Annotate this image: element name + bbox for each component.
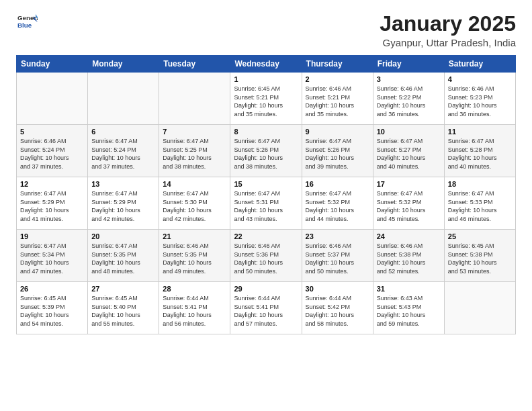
day-cell: 23Sunrise: 6:46 AM Sunset: 5:37 PM Dayli… xyxy=(302,230,373,282)
week-row-3: 19Sunrise: 6:47 AM Sunset: 5:34 PM Dayli… xyxy=(17,230,516,282)
day-info: Sunrise: 6:47 AM Sunset: 5:27 PM Dayligh… xyxy=(377,137,441,171)
day-info: Sunrise: 6:47 AM Sunset: 5:32 PM Dayligh… xyxy=(306,189,369,223)
day-number: 10 xyxy=(377,128,441,136)
day-info: Sunrise: 6:47 AM Sunset: 5:24 PM Dayligh… xyxy=(91,137,155,171)
day-info: Sunrise: 6:47 AM Sunset: 5:33 PM Dayligh… xyxy=(448,189,512,223)
day-info: Sunrise: 6:45 AM Sunset: 5:21 PM Dayligh… xyxy=(234,85,298,118)
day-number: 11 xyxy=(448,128,512,136)
day-cell: 29Sunrise: 6:44 AM Sunset: 5:41 PM Dayli… xyxy=(230,282,302,334)
calendar-title: January 2025 xyxy=(380,12,516,36)
day-number: 29 xyxy=(234,285,298,293)
day-number: 22 xyxy=(234,232,298,240)
logo-icon: General Blue xyxy=(17,12,38,32)
day-cell: 10Sunrise: 6:47 AM Sunset: 5:27 PM Dayli… xyxy=(373,125,444,177)
day-cell: 7Sunrise: 6:47 AM Sunset: 5:25 PM Daylig… xyxy=(159,125,230,177)
day-number: 15 xyxy=(234,180,298,188)
day-number: 31 xyxy=(377,285,441,293)
day-number: 19 xyxy=(20,232,84,240)
day-cell: 26Sunrise: 6:45 AM Sunset: 5:39 PM Dayli… xyxy=(17,282,88,334)
day-number: 28 xyxy=(163,285,226,293)
day-cell: 8Sunrise: 6:47 AM Sunset: 5:26 PM Daylig… xyxy=(230,125,302,177)
day-number: 5 xyxy=(20,128,84,136)
col-tuesday: Tuesday xyxy=(159,56,230,73)
day-cell: 3Sunrise: 6:46 AM Sunset: 5:22 PM Daylig… xyxy=(373,73,444,125)
day-cell: 19Sunrise: 6:47 AM Sunset: 5:34 PM Dayli… xyxy=(17,230,88,282)
day-info: Sunrise: 6:47 AM Sunset: 5:29 PM Dayligh… xyxy=(91,189,155,223)
day-cell: 30Sunrise: 6:44 AM Sunset: 5:42 PM Dayli… xyxy=(302,282,373,334)
col-friday: Friday xyxy=(373,56,444,73)
day-cell: 31Sunrise: 6:43 AM Sunset: 5:43 PM Dayli… xyxy=(373,282,444,334)
svg-text:Blue: Blue xyxy=(17,21,32,29)
day-number: 9 xyxy=(306,128,369,136)
col-wednesday: Wednesday xyxy=(230,56,302,73)
day-cell: 20Sunrise: 6:47 AM Sunset: 5:35 PM Dayli… xyxy=(88,230,159,282)
day-info: Sunrise: 6:47 AM Sunset: 5:31 PM Dayligh… xyxy=(234,189,298,223)
day-info: Sunrise: 6:47 AM Sunset: 5:26 PM Dayligh… xyxy=(306,137,369,171)
day-number: 8 xyxy=(234,128,298,136)
day-info: Sunrise: 6:46 AM Sunset: 5:36 PM Dayligh… xyxy=(234,242,298,275)
week-row-1: 5Sunrise: 6:46 AM Sunset: 5:24 PM Daylig… xyxy=(17,125,516,177)
day-cell: 9Sunrise: 6:47 AM Sunset: 5:26 PM Daylig… xyxy=(302,125,373,177)
day-cell: 5Sunrise: 6:46 AM Sunset: 5:24 PM Daylig… xyxy=(17,125,88,177)
day-cell: 28Sunrise: 6:44 AM Sunset: 5:41 PM Dayli… xyxy=(159,282,230,334)
day-cell: 22Sunrise: 6:46 AM Sunset: 5:36 PM Dayli… xyxy=(230,230,302,282)
day-number: 16 xyxy=(306,180,369,188)
col-saturday: Saturday xyxy=(444,56,515,73)
day-cell: 18Sunrise: 6:47 AM Sunset: 5:33 PM Dayli… xyxy=(444,177,515,230)
calendar-subtitle: Gyanpur, Uttar Pradesh, India xyxy=(380,37,516,48)
day-info: Sunrise: 6:46 AM Sunset: 5:35 PM Dayligh… xyxy=(163,242,226,275)
header-row: Sunday Monday Tuesday Wednesday Thursday… xyxy=(17,56,516,73)
day-cell: 12Sunrise: 6:47 AM Sunset: 5:29 PM Dayli… xyxy=(17,177,88,230)
logo: General Blue xyxy=(16,12,38,35)
day-number: 3 xyxy=(377,75,441,83)
day-cell: 17Sunrise: 6:47 AM Sunset: 5:32 PM Dayli… xyxy=(373,177,444,230)
title-area: January 2025 Gyanpur, Uttar Pradesh, Ind… xyxy=(380,12,516,48)
week-row-4: 26Sunrise: 6:45 AM Sunset: 5:39 PM Dayli… xyxy=(17,282,516,334)
day-info: Sunrise: 6:45 AM Sunset: 5:39 PM Dayligh… xyxy=(20,294,84,328)
day-number: 1 xyxy=(234,75,298,83)
day-info: Sunrise: 6:47 AM Sunset: 5:34 PM Dayligh… xyxy=(20,242,84,275)
day-info: Sunrise: 6:47 AM Sunset: 5:32 PM Dayligh… xyxy=(377,189,441,223)
day-info: Sunrise: 6:46 AM Sunset: 5:22 PM Dayligh… xyxy=(377,85,441,118)
day-number: 21 xyxy=(163,232,226,240)
col-monday: Monday xyxy=(88,56,159,73)
day-cell: 24Sunrise: 6:46 AM Sunset: 5:38 PM Dayli… xyxy=(373,230,444,282)
day-number: 24 xyxy=(377,232,441,240)
day-number: 13 xyxy=(91,180,155,188)
day-info: Sunrise: 6:45 AM Sunset: 5:40 PM Dayligh… xyxy=(91,294,155,328)
day-cell: 4Sunrise: 6:46 AM Sunset: 5:23 PM Daylig… xyxy=(444,73,515,125)
week-row-0: 1Sunrise: 6:45 AM Sunset: 5:21 PM Daylig… xyxy=(17,73,516,125)
day-cell xyxy=(17,73,88,125)
day-cell: 2Sunrise: 6:46 AM Sunset: 5:21 PM Daylig… xyxy=(302,73,373,125)
day-number: 14 xyxy=(163,180,226,188)
day-info: Sunrise: 6:47 AM Sunset: 5:26 PM Dayligh… xyxy=(234,137,298,171)
day-number: 18 xyxy=(448,180,512,188)
day-number: 2 xyxy=(306,75,369,83)
day-info: Sunrise: 6:47 AM Sunset: 5:35 PM Dayligh… xyxy=(91,242,155,275)
col-sunday: Sunday xyxy=(17,56,88,73)
day-number: 20 xyxy=(91,232,155,240)
calendar-table: Sunday Monday Tuesday Wednesday Thursday… xyxy=(16,55,516,334)
col-thursday: Thursday xyxy=(302,56,373,73)
day-info: Sunrise: 6:45 AM Sunset: 5:38 PM Dayligh… xyxy=(448,242,512,275)
day-cell: 15Sunrise: 6:47 AM Sunset: 5:31 PM Dayli… xyxy=(230,177,302,230)
day-cell: 6Sunrise: 6:47 AM Sunset: 5:24 PM Daylig… xyxy=(88,125,159,177)
day-number: 25 xyxy=(448,232,512,240)
day-number: 4 xyxy=(448,75,512,83)
day-info: Sunrise: 6:46 AM Sunset: 5:23 PM Dayligh… xyxy=(448,85,512,118)
day-cell: 1Sunrise: 6:45 AM Sunset: 5:21 PM Daylig… xyxy=(230,73,302,125)
page: General Blue January 2025 Gyanpur, Uttar… xyxy=(0,0,532,342)
header-area: General Blue January 2025 Gyanpur, Uttar… xyxy=(16,12,516,48)
day-cell: 25Sunrise: 6:45 AM Sunset: 5:38 PM Dayli… xyxy=(444,230,515,282)
day-cell: 16Sunrise: 6:47 AM Sunset: 5:32 PM Dayli… xyxy=(302,177,373,230)
day-cell xyxy=(88,73,159,125)
day-number: 27 xyxy=(91,285,155,293)
day-info: Sunrise: 6:43 AM Sunset: 5:43 PM Dayligh… xyxy=(377,294,441,328)
day-info: Sunrise: 6:47 AM Sunset: 5:29 PM Dayligh… xyxy=(20,189,84,223)
day-cell xyxy=(159,73,230,125)
day-number: 6 xyxy=(91,128,155,136)
day-number: 30 xyxy=(306,285,369,293)
day-info: Sunrise: 6:46 AM Sunset: 5:21 PM Dayligh… xyxy=(306,85,369,118)
day-cell: 21Sunrise: 6:46 AM Sunset: 5:35 PM Dayli… xyxy=(159,230,230,282)
day-number: 26 xyxy=(20,285,84,293)
